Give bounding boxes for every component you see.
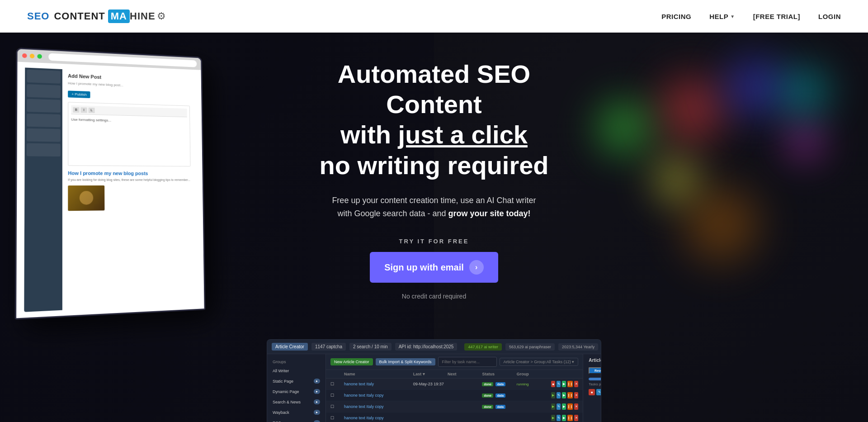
laptop-screen: Add New Post How I promote my new blog p… (15, 47, 206, 320)
table-row: ☐ hanone text Italy copy done data (326, 401, 583, 413)
laptop-sidebar-item (27, 99, 61, 113)
app-td-status: done data (482, 393, 516, 398)
app-sidebar-item-rss[interactable]: RSS ▸ (267, 417, 326, 422)
app-td-last: 09-May-23 19:37 (413, 382, 448, 386)
app-delete-btn[interactable]: ✕ (574, 392, 578, 398)
app-tab-search[interactable]: 2 search / 10 min (349, 343, 392, 351)
laptop-sidebar (24, 67, 62, 312)
app-th-last[interactable]: Last ▾ (413, 372, 448, 376)
laptop-toolbar-bold: B (73, 107, 79, 112)
app-tab-article-creator[interactable]: Article Creator (272, 343, 308, 351)
app-edit-btn[interactable]: ✎ (557, 381, 561, 387)
app-td-checkbox[interactable]: ☐ (330, 382, 344, 386)
signup-btn-arrow-icon: › (469, 260, 484, 275)
app-status-badge-data: data (495, 405, 505, 409)
app-tab-api[interactable]: API id: http://localhost:2025 (395, 343, 458, 351)
nav-free-trial[interactable]: [FREE TRIAL] (753, 13, 800, 20)
app-search-input[interactable] (438, 357, 497, 367)
app-new-article-btn[interactable]: New Article Creator (330, 358, 373, 365)
app-run-btn[interactable]: ▶ (562, 415, 566, 421)
app-delete-btn[interactable]: ✕ (574, 381, 578, 387)
app-sidebar-item-search[interactable]: Search & News ▸ (267, 397, 326, 407)
app-play-btn[interactable]: ▶ (551, 403, 555, 410)
app-filter-dropdown[interactable]: Article Creator > Group:All Tasks (12) ▾ (500, 358, 579, 366)
signup-button[interactable]: Sign up with email › (370, 252, 498, 283)
app-th-group[interactable]: Group (517, 372, 551, 376)
app-edit-btn[interactable]: ✎ (557, 403, 561, 410)
laptop-dot-yellow (30, 54, 34, 59)
app-edit-btn[interactable]: ✎ (557, 415, 561, 421)
app-stop-all-btn[interactable]: ■ (589, 389, 595, 395)
app-run-btn[interactable]: ▶ (562, 381, 566, 387)
app-td-checkbox[interactable]: ☐ (330, 404, 344, 409)
app-sidebar-item-all-writer[interactable]: All Writer (267, 366, 326, 376)
app-td-name: hanone text Italy (344, 382, 413, 386)
app-edit-btn[interactable]: ✎ (557, 392, 561, 398)
chevron-down-icon: ▼ (730, 14, 735, 19)
app-td-actions: ▶ ✎ ▶ ❙❙ ✕ (551, 403, 578, 410)
app-pause-btn[interactable]: ❙❙ (567, 381, 573, 387)
app-body: Groups All Writer Static Page ▸ Dynamic … (267, 354, 601, 422)
app-run-btn[interactable]: ▶ (562, 403, 566, 410)
app-th-next[interactable]: Next (448, 372, 482, 376)
app-main: New Article Creator Bulk Import & Split … (326, 354, 583, 422)
app-status-badge-done: done (482, 382, 493, 386)
app-status-badge-done: done (482, 405, 493, 409)
hero-heading-line2: with just a click (340, 120, 528, 149)
app-th-actions (551, 372, 578, 376)
app-td-checkbox[interactable]: ☐ (330, 416, 344, 420)
app-td-actions: ▶ ✎ ▶ ❙❙ ✕ (551, 415, 578, 421)
app-td-status: done data (482, 404, 516, 409)
app-td-actions: ▶ ✎ ▶ ❙❙ ✕ (551, 392, 578, 398)
nav-help[interactable]: HELP ▼ (709, 13, 735, 20)
app-screenshot: Article Creator 1147 captcha 2 search / … (267, 339, 601, 422)
app-pause-btn[interactable]: ❙❙ (567, 415, 573, 421)
app-delete-btn[interactable]: ✕ (574, 403, 578, 410)
app-pause-btn[interactable]: ❙❙ (567, 403, 573, 410)
app-sidebar: Groups All Writer Static Page ▸ Dynamic … (267, 354, 326, 422)
app-stat-yearly: 2023:5,344 Yearly (558, 343, 598, 351)
app-status-badge-done: done (482, 394, 493, 398)
app-progress-bar (589, 378, 601, 380)
app-bulk-import-btn[interactable]: Bulk Import & Split Keywords (376, 358, 435, 365)
app-pause-btn[interactable]: ❙❙ (567, 392, 573, 398)
app-resume-task-btn[interactable]: Resume Task (589, 367, 601, 374)
hero-subtext-bold: grow your site today! (448, 209, 531, 218)
app-sidebar-badge: ▸ (314, 420, 320, 422)
app-sidebar-item-static[interactable]: Static Page ▸ (267, 376, 326, 386)
app-stat-paraphraser: 563,629 ai paraphraser (505, 343, 555, 351)
app-play-btn[interactable]: ▶ (551, 392, 555, 398)
hero-heading-highlight: just a click (398, 120, 528, 149)
laptop-editor-toolbar: B I L (71, 105, 187, 118)
laptop-toolbar-italic: I (81, 107, 87, 113)
nav-pricing[interactable]: PRICING (661, 13, 691, 20)
app-th-status[interactable]: Status (482, 372, 516, 376)
app-tab-captcha[interactable]: 1147 captcha (311, 343, 346, 351)
app-run-btn[interactable]: ▶ (562, 392, 566, 398)
app-stop-btn[interactable]: ■ (551, 381, 555, 387)
app-sidebar-item-dynamic[interactable]: Dynamic Page ▸ (267, 386, 326, 397)
app-icon-row: ▶ ✎ ▶ ❙❙ ✕ (551, 415, 578, 421)
laptop-publish-btn: + Publish (68, 90, 90, 98)
app-sidebar-item-wayback[interactable]: Wayback ▸ (267, 407, 326, 417)
app-toolbar: New Article Creator Bulk Import & Split … (326, 354, 583, 370)
app-screenshot-container: Article Creator 1147 captcha 2 search / … (267, 339, 601, 422)
app-status-badge-data: data (495, 382, 505, 386)
app-edit-all-btn[interactable]: ✎ (596, 389, 601, 395)
table-row: ☐ hanone text Italy copy done data (326, 390, 583, 401)
app-delete-btn[interactable]: ✕ (574, 415, 578, 421)
app-td-name: hanone text Italy copy (344, 393, 413, 398)
app-table-header: Name Last ▾ Next Status Group (326, 370, 583, 379)
app-table: ☐ hanone text Italy 09-May-23 19:37 done… (326, 379, 583, 422)
app-sidebar-badge: ▸ (314, 410, 320, 415)
app-progress-label: Tasks progress (589, 382, 601, 386)
logo-machine-text2: HINE (130, 10, 156, 22)
hero-heading: Automated SEO Content with just a click … (289, 59, 579, 180)
app-play-btn[interactable]: ▶ (551, 415, 555, 421)
nav-login[interactable]: LOGIN (818, 13, 841, 20)
app-td-checkbox[interactable]: ☐ (330, 393, 344, 398)
app-top-bar: Article Creator 1147 captcha 2 search / … (267, 340, 601, 354)
app-right-icon-row: ■ ✎ ▶ ❙❙ ⚙ (589, 389, 601, 395)
header: SEO CONTENT MA HINE ⚙ PRICING HELP ▼ [FR… (0, 0, 868, 33)
app-th-name[interactable]: Name (344, 372, 413, 376)
